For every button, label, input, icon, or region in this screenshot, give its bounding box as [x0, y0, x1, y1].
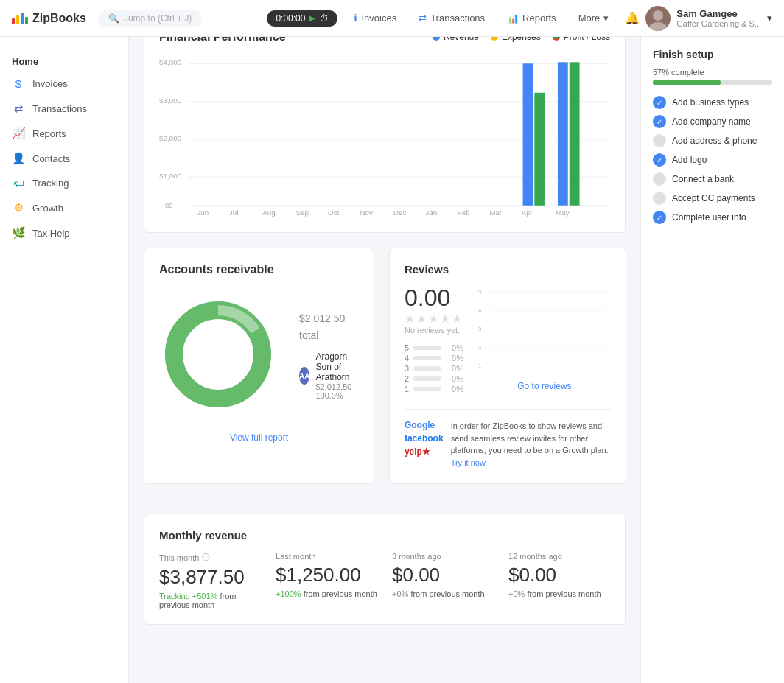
svg-point-1	[649, 22, 667, 31]
check-empty-icon	[653, 172, 666, 186]
timer-clock-icon[interactable]: ⏱	[320, 13, 329, 24]
logo-icon	[12, 13, 28, 24]
bottom-row: Accounts receivable $2,012.50 total	[144, 248, 626, 499]
yelp-platform: yelp★	[405, 446, 444, 457]
user-info: Sam Gamgee Gaffer Gardening & S...	[676, 8, 761, 28]
review-platforms: Google facebook yelp★	[405, 420, 444, 457]
monthly-period-item: Last month $1,250.00 +100% from previous…	[276, 552, 377, 609]
chart-svg: $4,000 $3,000 $2,000 $1,000 $0 Jun Jul A…	[159, 55, 610, 217]
check-done-icon: ✓	[653, 153, 666, 167]
finish-setup-panel: Finish setup 57% complete ✓Add business …	[640, 37, 784, 654]
user-profile[interactable]: Sam Gamgee Gaffer Gardening & S... ▾	[645, 6, 772, 31]
period-label: This month ⓘ	[159, 552, 261, 563]
sidebar-item-transactions[interactable]: ⇄ Transactions	[0, 96, 128, 121]
try-it-now-link[interactable]: Try it now	[451, 458, 486, 467]
setup-item[interactable]: ✓Add logo	[653, 153, 772, 167]
timer-widget[interactable]: 0:00:00 ▶ ⏱	[267, 10, 337, 27]
sidebar-item-growth[interactable]: ⚙ Growth	[0, 195, 128, 220]
rating-pct: 0%	[446, 343, 463, 352]
accounts-title: Accounts receivable	[159, 263, 359, 276]
change-from: from previous month	[304, 589, 377, 598]
financial-performance-card: Financial Performance Revenue Expenses P…	[144, 15, 626, 233]
donut-info: $2,012.50 total AA Aragorn Son of Aratho…	[299, 309, 359, 400]
setup-item[interactable]: ✓Add company name	[653, 115, 772, 128]
svg-text:$0: $0	[165, 201, 173, 209]
period-change: +0% from previous month	[508, 589, 610, 598]
sidebar-item-tracking[interactable]: 🏷 Tracking	[0, 171, 128, 195]
view-full-report-link[interactable]: View full report	[159, 432, 359, 443]
rating-bar-row: 2 0%	[405, 374, 463, 383]
setup-item[interactable]: Accept CC payments	[653, 192, 772, 205]
no-reviews-text: No reviews yet.	[405, 326, 463, 335]
nav-item-reports[interactable]: 📊 Reports	[497, 7, 567, 29]
go-to-reviews-link[interactable]: Go to reviews	[478, 381, 611, 391]
rating-bar-bg	[413, 366, 441, 371]
change-tracking: Tracking	[159, 592, 192, 600]
setup-item[interactable]: ✓Add business types	[653, 96, 772, 109]
global-search[interactable]: 🔍 Jump to (Ctrl + J)	[98, 10, 202, 27]
setup-item-label: Add business types	[672, 97, 749, 108]
setup-item-label: Add logo	[672, 155, 707, 165]
sidebar-transactions-label: Transactions	[32, 103, 87, 114]
check-empty-icon	[653, 134, 666, 147]
nav-item-more[interactable]: More ▾	[568, 7, 620, 29]
setup-item[interactable]: Add address & phone	[653, 134, 772, 147]
period-label: 12 months ago	[508, 552, 610, 561]
sidebar-reports-label: Reports	[32, 128, 66, 139]
svg-text:Nov: Nov	[360, 209, 373, 217]
svg-text:$1,000: $1,000	[159, 172, 182, 180]
rating-bar-bg	[413, 387, 441, 391]
app-logo[interactable]: ZipBooks	[12, 12, 86, 25]
growth-icon: ⚙	[12, 201, 25, 214]
period-amount: $3,877.50	[159, 566, 261, 589]
transactions-icon: ⇄	[12, 102, 25, 115]
reports-icon: 📊	[507, 13, 519, 24]
timer-display: 0:00:00	[276, 13, 305, 24]
monthly-period-item: 3 months ago $0.00 +0% from previous mon…	[392, 552, 494, 609]
setup-item-label: Complete user info	[672, 212, 746, 223]
google-platform: Google	[405, 420, 444, 430]
tax-help-icon: 🌿	[12, 226, 25, 239]
svg-text:Sep: Sep	[296, 209, 309, 217]
period-change: Tracking +501% from previous month	[159, 592, 261, 609]
contacts-icon: 👤	[12, 152, 25, 165]
chevron-down-icon: ▾	[767, 13, 772, 24]
sidebar-item-tax-help[interactable]: 🌿 Tax Help	[0, 220, 128, 245]
sidebar-item-contacts[interactable]: 👤 Contacts	[0, 146, 128, 171]
setup-item[interactable]: Connect a bank	[653, 172, 772, 186]
nav-item-transactions[interactable]: ⇄ Transactions	[408, 7, 495, 29]
rating-bar-row: 1 0%	[405, 385, 463, 393]
setup-item[interactable]: ✓Complete user info	[653, 211, 772, 224]
bar-may-revenue	[558, 62, 568, 205]
notifications-bell[interactable]: 🔔	[619, 5, 645, 31]
search-icon: 🔍	[108, 13, 119, 24]
nav-invoices-label: Invoices	[361, 13, 396, 24]
performance-chart: $4,000 $3,000 $2,000 $1,000 $0 Jun Jul A…	[159, 55, 610, 217]
svg-text:Feb: Feb	[458, 209, 471, 217]
reports-icon: 📈	[12, 127, 25, 140]
sidebar-growth-label: Growth	[32, 203, 63, 214]
setup-item-label: Accept CC payments	[672, 193, 755, 203]
svg-text:3: 3	[478, 326, 482, 332]
svg-text:5: 5	[478, 288, 482, 295]
reviews-bottom-section: Google facebook yelp★ In order for ZipBo…	[405, 409, 611, 469]
sidebar-item-reports[interactable]: 📈 Reports	[0, 121, 128, 146]
sidebar-item-invoices[interactable]: $ Invoices	[0, 71, 128, 96]
rating-pct: 0%	[446, 385, 463, 393]
sidebar-section-home: Home	[0, 49, 128, 71]
change-pct: +0%	[508, 589, 525, 598]
star-label: 3	[405, 364, 409, 373]
info-icon[interactable]: ⓘ	[202, 552, 210, 563]
change-pct: +100%	[276, 589, 301, 598]
nav-item-invoices[interactable]: ℹ Invoices	[343, 7, 407, 29]
main-nav: ℹ Invoices ⇄ Transactions 📊 Reports More…	[343, 7, 619, 29]
client-avatar: AA	[299, 367, 309, 385]
monthly-revenue-grid: This month ⓘ $3,877.50 Tracking +501% fr…	[159, 552, 610, 609]
svg-text:Mar: Mar	[489, 209, 503, 217]
timer-play-icon[interactable]: ▶	[309, 14, 315, 22]
period-label: Last month	[276, 552, 377, 561]
svg-point-0	[653, 10, 663, 21]
nav-reports-label: Reports	[522, 13, 556, 24]
svg-text:May: May	[556, 209, 570, 217]
svg-text:$3,000: $3,000	[159, 97, 182, 105]
